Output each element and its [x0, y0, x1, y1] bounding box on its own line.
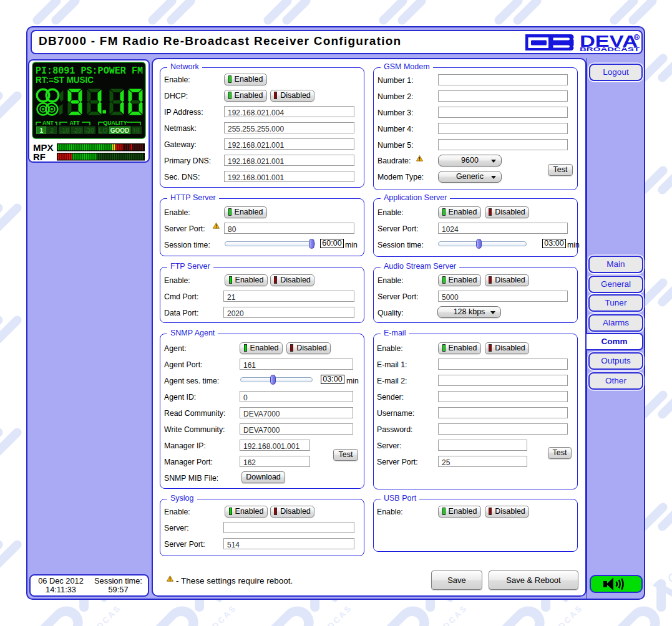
svg-text:QUALITY: QUALITY	[103, 120, 127, 126]
svg-text:RT:≡ST MUSIC: RT:≡ST MUSIC	[36, 75, 94, 85]
svg-text:HI: HI	[134, 127, 140, 134]
svg-text:-20: -20	[72, 127, 82, 134]
svg-text:ANT: ANT	[42, 120, 54, 126]
svg-text:GOOD: GOOD	[110, 127, 130, 134]
svg-text:-10: -10	[60, 127, 69, 134]
svg-text:2: 2	[50, 127, 54, 134]
svg-text:ATT: ATT	[69, 120, 80, 126]
svg-text:R: R	[635, 34, 639, 40]
svg-text:LO: LO	[99, 127, 107, 134]
svg-text:BROADCAST: BROADCAST	[580, 46, 640, 52]
svg-text:1: 1	[39, 127, 43, 134]
svg-text:-30: -30	[85, 127, 94, 134]
svg-text:RF: RF	[33, 152, 46, 162]
